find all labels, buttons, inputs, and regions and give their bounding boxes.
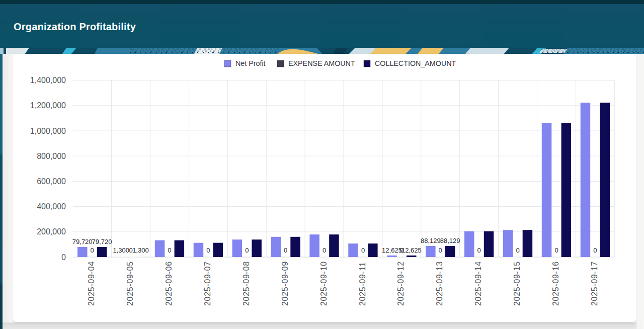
svg-text:COLLECTION_AMOUNT: COLLECTION_AMOUNT bbox=[375, 59, 456, 67]
svg-text:88,129: 88,129 bbox=[440, 237, 460, 244]
svg-text:0: 0 bbox=[593, 246, 597, 254]
svg-text:2025-09-17: 2025-09-17 bbox=[590, 261, 599, 306]
svg-text:0: 0 bbox=[245, 246, 249, 254]
svg-text:0: 0 bbox=[61, 253, 66, 262]
svg-text:2025-09-15: 2025-09-15 bbox=[513, 261, 521, 306]
svg-text:0: 0 bbox=[284, 246, 287, 254]
svg-text:12,625: 12,625 bbox=[382, 246, 402, 254]
svg-text:1,200,000: 1,200,000 bbox=[30, 101, 66, 110]
svg-text:79,720: 79,720 bbox=[92, 238, 112, 245]
svg-text:0: 0 bbox=[554, 246, 558, 254]
svg-text:200,000: 200,000 bbox=[37, 227, 66, 236]
svg-text:600,000: 600,000 bbox=[37, 177, 66, 186]
svg-text:2025-09-12: 2025-09-12 bbox=[396, 261, 405, 306]
svg-text:800,000: 800,000 bbox=[37, 152, 66, 160]
svg-text:2025-09-07: 2025-09-07 bbox=[203, 261, 212, 306]
svg-text:2025-09-05: 2025-09-05 bbox=[126, 261, 134, 306]
svg-text:EXPENSE AMOUNT: EXPENSE AMOUNT bbox=[288, 59, 355, 67]
svg-text:88,129: 88,129 bbox=[421, 237, 441, 244]
svg-text:79,720: 79,720 bbox=[72, 238, 93, 245]
svg-text:1,400,000: 1,400,000 bbox=[30, 76, 66, 85]
svg-text:0: 0 bbox=[206, 246, 210, 254]
svg-text:2025-09-10: 2025-09-10 bbox=[319, 261, 328, 306]
svg-text:2025-09-06: 2025-09-06 bbox=[165, 261, 173, 306]
svg-text:0: 0 bbox=[90, 246, 94, 254]
svg-text:400,000: 400,000 bbox=[37, 202, 66, 211]
svg-text:0: 0 bbox=[516, 246, 519, 254]
svg-text:12,625: 12,625 bbox=[401, 246, 422, 254]
svg-text:1,300: 1,300 bbox=[132, 246, 149, 254]
svg-text:2025-09-09: 2025-09-09 bbox=[281, 261, 289, 306]
svg-text:Net Profit: Net Profit bbox=[235, 59, 266, 67]
svg-text:0: 0 bbox=[168, 246, 171, 254]
svg-text:0: 0 bbox=[323, 246, 326, 254]
svg-text:2025-09-11: 2025-09-11 bbox=[358, 262, 367, 306]
svg-text:0: 0 bbox=[361, 246, 365, 254]
svg-text:2025-09-08: 2025-09-08 bbox=[242, 261, 251, 306]
svg-text:0: 0 bbox=[439, 246, 442, 254]
svg-text:1,000,000: 1,000,000 bbox=[30, 127, 66, 135]
svg-text:0: 0 bbox=[477, 246, 481, 254]
svg-text:1,300: 1,300 bbox=[113, 246, 129, 254]
svg-text:2025-09-16: 2025-09-16 bbox=[551, 261, 560, 306]
svg-text:2025-09-14: 2025-09-14 bbox=[474, 261, 482, 306]
svg-text:2025-09-13: 2025-09-13 bbox=[435, 261, 444, 306]
svg-text:2025-09-04: 2025-09-04 bbox=[87, 261, 96, 306]
